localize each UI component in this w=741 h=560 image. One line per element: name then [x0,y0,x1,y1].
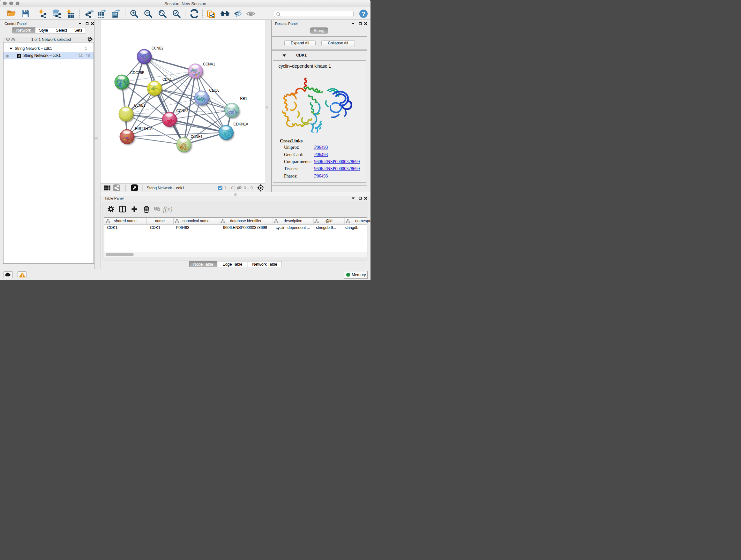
svg-text:CCNA2: CCNA2 [176,108,188,113]
svg-text:CDC6: CDC6 [209,88,219,92]
svg-text:CDC25B: CDC25B [130,70,145,75]
svg-text:RB1: RB1 [240,96,247,101]
svg-text:CDK1: CDK1 [162,77,172,82]
svg-text:CCNB2: CCNB2 [151,46,163,51]
svg-text:CCNE1: CCNE1 [191,134,202,139]
svg-text:String Network – cdk1: String Network – cdk1 [146,186,184,190]
svg-text:HIST1H1A: HIST1H1A [135,126,152,131]
svg-text:CDKN1A: CDKN1A [233,122,248,126]
svg-text:CCNB1: CCNB1 [134,103,145,108]
svg-text:f(x): f(x) [163,205,172,213]
svg-text:Memory: Memory [352,273,366,277]
svg-text:1 – 0: 1 – 0 [224,186,233,190]
svg-text:CCNA1: CCNA1 [203,62,215,66]
svg-text:0 – 0: 0 – 0 [244,186,253,190]
svg-text:1 of 1 Network selected: 1 of 1 Network selected [31,37,71,42]
svg-text:?: ? [361,10,365,17]
